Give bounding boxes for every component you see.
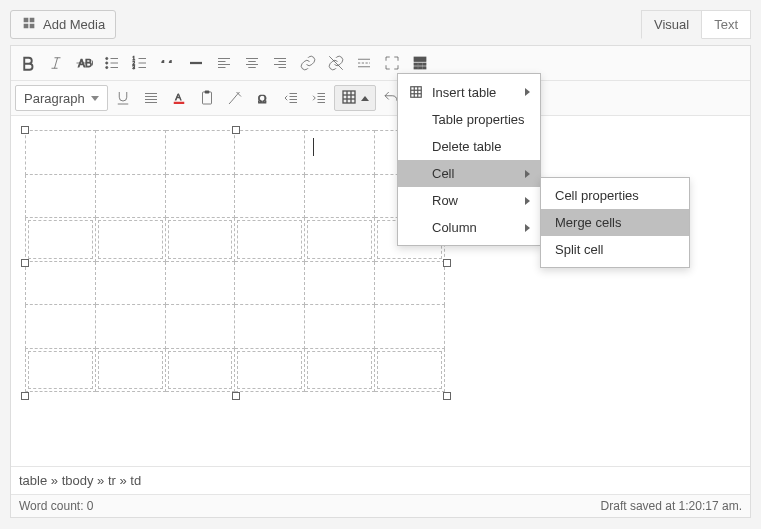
svg-text:A: A — [175, 92, 181, 102]
menu-insert-table[interactable]: Insert table — [398, 78, 540, 106]
svg-rect-34 — [414, 57, 426, 62]
table-grid-icon — [408, 84, 424, 100]
svg-rect-38 — [414, 67, 418, 69]
menu-item-label: Cell — [432, 166, 525, 181]
chevron-right-icon — [525, 88, 530, 96]
svg-rect-37 — [423, 63, 426, 65]
svg-rect-47 — [173, 102, 184, 104]
editor-container: ABC 123 Paragraph A Ω ? — [10, 45, 751, 518]
menu-item-label: Column — [432, 220, 525, 235]
svg-rect-36 — [419, 63, 423, 65]
chevron-right-icon — [525, 170, 530, 178]
table-dropdown-button[interactable] — [334, 85, 376, 111]
outdent-button[interactable] — [278, 85, 304, 111]
menu-item-label: Row — [432, 193, 525, 208]
word-count: Word count: 0 — [19, 499, 93, 513]
editor-canvas[interactable] — [11, 116, 750, 466]
blockquote-button[interactable] — [155, 50, 181, 76]
svg-text:Ω: Ω — [257, 92, 266, 106]
menu-column[interactable]: Column — [398, 214, 540, 241]
status-bar: Word count: 0 Draft saved at 1:20:17 am. — [11, 494, 750, 517]
link-button[interactable] — [295, 50, 321, 76]
submenu-merge-cells[interactable]: Merge cells — [541, 209, 689, 236]
bullet-list-button[interactable] — [99, 50, 125, 76]
justify-button[interactable] — [138, 85, 164, 111]
text-caret — [313, 138, 314, 156]
special-char-button[interactable]: Ω — [250, 85, 276, 111]
editor-tabs: Visual Text — [641, 10, 751, 39]
toolbar-row-1: ABC 123 — [11, 46, 750, 81]
clear-format-button[interactable] — [222, 85, 248, 111]
format-select[interactable]: Paragraph — [15, 85, 108, 111]
strikethrough-button[interactable]: ABC — [71, 50, 97, 76]
hr-button[interactable] — [183, 50, 209, 76]
svg-rect-48 — [202, 92, 211, 104]
tab-visual[interactable]: Visual — [641, 10, 702, 39]
svg-point-6 — [106, 62, 108, 64]
align-right-button[interactable] — [267, 50, 293, 76]
cell-submenu: Cell properties Merge cells Split cell — [540, 177, 690, 268]
chevron-right-icon — [525, 197, 530, 205]
table-icon — [341, 89, 357, 108]
menu-item-label: Table properties — [432, 112, 530, 127]
resize-handle[interactable] — [443, 259, 451, 267]
svg-rect-49 — [204, 91, 209, 94]
align-center-button[interactable] — [239, 50, 265, 76]
unlink-button[interactable] — [323, 50, 349, 76]
submenu-split-cell[interactable]: Split cell — [541, 236, 689, 263]
resize-handle[interactable] — [232, 392, 240, 400]
resize-handle[interactable] — [21, 126, 29, 134]
svg-rect-35 — [414, 63, 418, 65]
draft-saved: Draft saved at 1:20:17 am. — [601, 499, 742, 513]
element-path[interactable]: table » tbody » tr » td — [11, 466, 750, 494]
resize-handle[interactable] — [21, 259, 29, 267]
toolbar-row-2: Paragraph A Ω ? — [11, 81, 750, 116]
svg-line-2 — [55, 58, 58, 69]
svg-rect-66 — [411, 87, 422, 98]
menu-item-label: Insert table — [432, 85, 525, 100]
menu-item-label: Merge cells — [555, 215, 675, 230]
bold-button[interactable] — [15, 50, 41, 76]
number-list-button[interactable]: 123 — [127, 50, 153, 76]
indent-button[interactable] — [306, 85, 332, 111]
underline-button[interactable] — [110, 85, 136, 111]
menu-row[interactable]: Row — [398, 187, 540, 214]
svg-point-5 — [106, 57, 108, 59]
menu-table-properties[interactable]: Table properties — [398, 106, 540, 133]
resize-handle[interactable] — [232, 126, 240, 134]
add-media-label: Add Media — [43, 17, 105, 32]
menu-cell[interactable]: Cell — [398, 160, 540, 187]
format-select-label: Paragraph — [24, 91, 85, 106]
svg-text:3: 3 — [133, 65, 136, 70]
editing-table[interactable] — [25, 130, 445, 392]
submenu-cell-properties[interactable]: Cell properties — [541, 182, 689, 209]
table-menu: Insert table Table properties Delete tab… — [397, 73, 541, 246]
chevron-up-icon — [361, 96, 369, 101]
add-media-button[interactable]: Add Media — [10, 10, 116, 39]
align-left-button[interactable] — [211, 50, 237, 76]
resize-handle[interactable] — [21, 392, 29, 400]
chevron-right-icon — [525, 224, 530, 232]
italic-button[interactable] — [43, 50, 69, 76]
menu-item-label: Split cell — [555, 242, 675, 257]
chevron-down-icon — [91, 96, 99, 101]
menu-item-label: Delete table — [432, 139, 530, 154]
svg-point-7 — [106, 66, 108, 68]
tab-text[interactable]: Text — [702, 10, 751, 39]
svg-rect-59 — [343, 91, 355, 103]
more-button[interactable] — [351, 50, 377, 76]
svg-rect-39 — [419, 67, 423, 69]
resize-handle[interactable] — [443, 392, 451, 400]
svg-rect-40 — [423, 67, 426, 69]
menu-delete-table[interactable]: Delete table — [398, 133, 540, 160]
media-icon — [21, 15, 37, 34]
text-color-button[interactable]: A — [166, 85, 192, 111]
menu-item-label: Cell properties — [555, 188, 675, 203]
paste-text-button[interactable] — [194, 85, 220, 111]
